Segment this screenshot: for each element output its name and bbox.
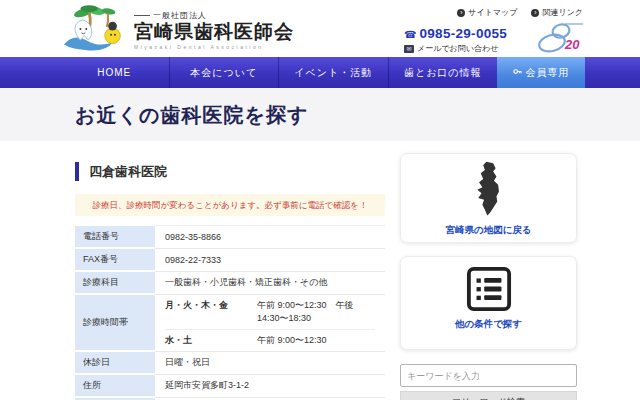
page-title: お近くの歯科医院を探す	[75, 102, 308, 129]
arrow-circle-icon	[531, 9, 539, 17]
title-band: お近くの歯科医院を探す	[0, 88, 640, 141]
table-row: 診療科目 一般歯科・小児歯科・矯正歯科・その他	[75, 271, 385, 294]
row-label: 診療時間帯	[75, 294, 155, 351]
row-label: 電話番号	[75, 225, 155, 248]
clinic-name-heading: 四倉歯科医院	[75, 162, 385, 181]
other-conditions-label: 他の条件で探す	[401, 318, 576, 331]
clinic-info-table: 電話番号 0982-35-8866 FAX番号 0982-22-7333 診療科…	[75, 224, 385, 400]
sitemap-link-label: サイトマップ	[468, 7, 517, 18]
main-nav: HOME 本会について イベント・活動 歯とお口の情報 会員専用	[0, 57, 640, 88]
org-name-en: Miyazaki Dental Association	[134, 44, 294, 50]
clinic-notice: 診療日、診療時間が変わることがあります。必ず事前に電話で確認を！	[75, 194, 385, 216]
mail-contact-link[interactable]: メールでお問い合わせ	[404, 43, 507, 54]
schedule-cell: 月・火・木・金 午前 9:00〜12:30 午後 14:30〜18:30 水・土…	[155, 294, 385, 351]
row-label: 休診日	[75, 351, 155, 374]
nav-item-home[interactable]: HOME	[60, 57, 169, 88]
table-row: 診療時間帯 月・火・木・金 午前 9:00〜12:30 午後 14:30〜18:…	[75, 294, 385, 351]
org-type: 一般社団法人	[134, 10, 294, 21]
mail-contact-label: メールでお問い合わせ	[417, 43, 498, 54]
nav-item-events[interactable]: イベント・活動	[278, 57, 388, 88]
other-conditions-card[interactable]: 他の条件で探す	[400, 256, 577, 350]
row-label: 住所	[75, 374, 155, 397]
miyazaki-map-icon	[465, 204, 513, 221]
phone-icon	[404, 24, 416, 42]
header-contact: 0985-29-0055 メールでお問い合わせ	[404, 24, 507, 54]
phone-link[interactable]: 0985-29-0055	[404, 24, 507, 42]
schedule-days: 水・土	[165, 334, 257, 347]
arrow-circle-icon	[457, 9, 465, 17]
nav-item-members-only[interactable]: 会員専用	[497, 57, 585, 88]
back-to-map-label: 宮崎県の地図に戻る	[401, 224, 576, 237]
back-to-map-card[interactable]: 宮崎県の地図に戻る	[400, 153, 577, 243]
table-row: FAX番号 0982-22-7333	[75, 248, 385, 271]
nav-item-about[interactable]: 本会について	[169, 57, 279, 88]
row-label: FAX番号	[75, 248, 155, 271]
row-value: 日曜・祝日	[155, 351, 385, 374]
sidebar: 宮崎県の地図に戻る 他の条件で探す フリーワード検	[400, 153, 577, 400]
schedule-time: 午前 9:00〜12:30	[257, 334, 375, 347]
row-value: 0982-22-7333	[155, 248, 385, 271]
header-utility-links: サイトマップ 関連リンク	[457, 7, 583, 18]
site-logo[interactable]: 一般社団法人 宮崎県歯科医師会 Miyazaki Dental Associat…	[60, 3, 294, 57]
row-value: 0982-35-8866	[155, 225, 385, 248]
mascot-icon	[60, 3, 132, 57]
org-text: 一般社団法人 宮崎県歯科医師会 Miyazaki Dental Associat…	[134, 10, 294, 50]
row-label: 診療科目	[75, 271, 155, 294]
table-row: 住所 延岡市安賀多町3-1-2	[75, 374, 385, 397]
schedule-days: 月・火・木・金	[165, 299, 257, 325]
key-icon	[513, 67, 522, 78]
related-links-label: 関連リンク	[542, 7, 583, 18]
members-only-label: 会員専用	[526, 66, 570, 80]
header: 一般社団法人 宮崎県歯科医師会 Miyazaki Dental Associat…	[0, 0, 640, 57]
schedule-time: 午前 9:00〜12:30 午後 14:30〜18:30	[257, 299, 375, 325]
list-conditions-icon	[466, 298, 512, 315]
schedule-line: 水・土 午前 9:00〜12:30	[165, 330, 375, 351]
keyword-input[interactable]	[400, 364, 577, 387]
related-links-link[interactable]: 関連リンク	[531, 7, 583, 18]
mail-icon	[404, 45, 414, 53]
8020-twenty-text: 20	[564, 37, 580, 52]
org-name: 宮崎県歯科医師会	[134, 21, 294, 43]
table-row: 休診日 日曜・祝日	[75, 351, 385, 374]
8020-logo: 20	[531, 21, 587, 57]
row-value: 一般歯科・小児歯科・矯正歯科・その他	[155, 271, 385, 294]
nav-item-oral-info[interactable]: 歯とお口の情報	[388, 57, 498, 88]
freeword-search-button[interactable]: フリーワード検索	[400, 391, 577, 400]
table-row: 電話番号 0982-35-8866	[75, 225, 385, 248]
phone-number: 0985-29-0055	[419, 26, 507, 41]
clinic-detail-section: 四倉歯科医院 診療日、診療時間が変わることがあります。必ず事前に電話で確認を！ …	[75, 160, 385, 400]
sitemap-link[interactable]: サイトマップ	[457, 7, 517, 18]
schedule-line: 月・火・木・金 午前 9:00〜12:30 午後 14:30〜18:30	[165, 295, 375, 330]
page: 一般社団法人 宮崎県歯科医師会 Miyazaki Dental Associat…	[0, 0, 640, 400]
row-value: 延岡市安賀多町3-1-2	[155, 374, 385, 397]
